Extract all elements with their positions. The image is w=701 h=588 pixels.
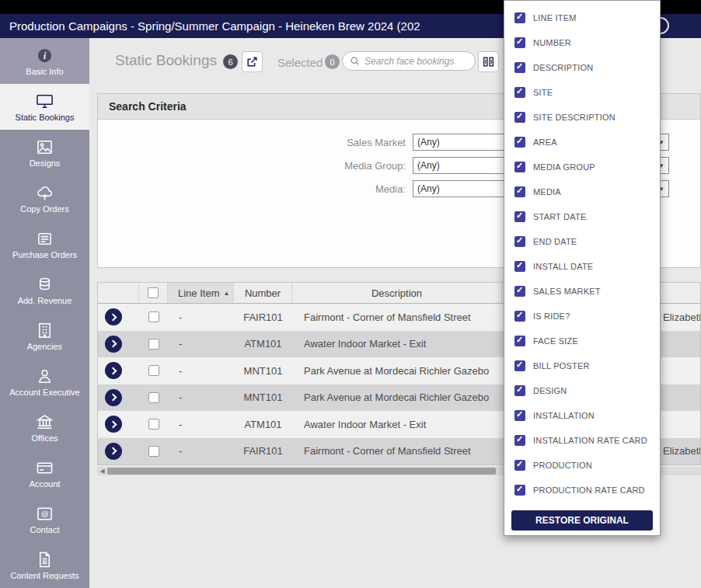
column-option-bill-poster[interactable]: BILL POSTER bbox=[504, 353, 660, 378]
column-option-install-date[interactable]: INSTALL DATE bbox=[504, 254, 660, 279]
column-option-is-ride[interactable]: IS RIDE? bbox=[504, 304, 660, 329]
checkbox-checked-icon bbox=[514, 37, 525, 48]
column-chooser-button[interactable] bbox=[478, 51, 499, 72]
column-option-site[interactable]: SITE bbox=[504, 80, 660, 105]
expand-row-button[interactable] bbox=[105, 416, 122, 433]
sidebar-item-static-bookings[interactable]: Static Bookings bbox=[0, 84, 89, 130]
column-option-line-item[interactable]: LINE ITEM bbox=[504, 5, 660, 30]
column-header-description[interactable]: Description bbox=[292, 283, 502, 303]
column-option-site-description[interactable]: SITE DESCRIPTION bbox=[504, 105, 660, 130]
scroll-left-icon[interactable]: ◀ bbox=[97, 468, 107, 475]
sidebar-item-contact[interactable]: @ Contact bbox=[0, 496, 89, 542]
scrollbar-thumb[interactable] bbox=[107, 468, 496, 475]
search-input[interactable] bbox=[364, 56, 468, 67]
column-option-label: MEDIA bbox=[533, 187, 561, 197]
sidebar-item-account-executive[interactable]: Account Executive bbox=[0, 359, 89, 405]
column-option-label: MEDIA GROUP bbox=[533, 162, 595, 172]
expand-row-button[interactable] bbox=[105, 362, 122, 379]
description-cell: Park Avenue at Mordecai Richler Gazebo bbox=[292, 357, 502, 384]
column-option-production[interactable]: PRODUCTION bbox=[504, 453, 660, 478]
column-header-line-item[interactable]: Line Item ▲ bbox=[168, 283, 234, 303]
checkbox-checked-icon bbox=[514, 286, 525, 297]
column-option-start-date[interactable]: START DATE bbox=[504, 204, 660, 229]
restore-original-button[interactable]: RESTORE ORIGINAL bbox=[511, 510, 653, 531]
row-checkbox[interactable] bbox=[148, 392, 159, 403]
window-title: Production Campaigns - Spring/Summer Cam… bbox=[9, 19, 420, 33]
export-button[interactable] bbox=[242, 51, 263, 72]
checkbox-checked-icon bbox=[514, 62, 525, 73]
chevron-right-icon bbox=[109, 394, 117, 402]
chevron-right-icon bbox=[109, 367, 117, 374]
column-option-label: FACE SIZE bbox=[533, 336, 578, 346]
expand-row-button[interactable] bbox=[105, 389, 122, 406]
chevron-right-icon bbox=[109, 420, 117, 428]
column-option-end-date[interactable]: END DATE bbox=[504, 229, 660, 254]
sort-asc-icon: ▲ bbox=[223, 290, 229, 297]
sidebar-item-purchase-orders[interactable]: Purchase Orders bbox=[0, 221, 89, 267]
row-checkbox[interactable] bbox=[148, 339, 159, 350]
sidebar-item-offices[interactable]: Offices bbox=[0, 405, 89, 451]
column-header-label: Line Item bbox=[178, 287, 219, 299]
number-cell: MNT101 bbox=[234, 357, 292, 384]
chevron-right-icon bbox=[109, 340, 117, 348]
search-icon bbox=[350, 56, 360, 66]
checkbox-checked-icon bbox=[514, 460, 525, 471]
sidebar-item-label: Designs bbox=[30, 158, 61, 168]
line-item-cell: - bbox=[168, 384, 234, 412]
description-cell: Awater Indoor Market - Exit bbox=[292, 331, 502, 358]
column-option-installation-rate-card[interactable]: INSTALLATION RATE CARD bbox=[504, 428, 660, 453]
select-value: (Any) bbox=[417, 183, 440, 194]
credit-card-icon bbox=[35, 459, 54, 477]
chevron-right-icon bbox=[109, 447, 117, 455]
column-option-label: NUMBER bbox=[533, 38, 571, 47]
checkbox-checked-icon bbox=[514, 311, 525, 322]
column-option-installation[interactable]: INSTALLATION bbox=[504, 403, 660, 428]
row-checkbox[interactable] bbox=[148, 419, 159, 430]
line-item-cell: - bbox=[168, 411, 234, 438]
sidebar-item-content-requests[interactable]: Content Requests bbox=[0, 542, 89, 588]
row-checkbox[interactable] bbox=[148, 446, 159, 457]
sidebar-item-label: Account bbox=[30, 479, 61, 489]
column-header-number[interactable]: Number bbox=[234, 283, 292, 303]
number-cell: FAIR101 bbox=[234, 304, 292, 331]
column-option-label: SITE bbox=[533, 88, 553, 97]
sidebar-item-account[interactable]: Account bbox=[0, 451, 89, 496]
row-checkbox[interactable] bbox=[148, 311, 159, 322]
sidebar-item-add-revenue[interactable]: Add. Revenue bbox=[0, 267, 89, 313]
select-all-checkbox[interactable] bbox=[148, 287, 159, 298]
column-option-production-rate-card[interactable]: PRODUCTION RATE CARD bbox=[504, 478, 660, 503]
column-option-media[interactable]: MEDIA bbox=[504, 179, 660, 204]
column-option-description[interactable]: DESCRIPTION bbox=[504, 55, 660, 80]
sidebar-item-designs[interactable]: Designs bbox=[0, 130, 89, 176]
column-option-media-group[interactable]: MEDIA GROUP bbox=[504, 155, 660, 179]
monitor-icon bbox=[35, 92, 54, 110]
description-cell: Awater Indoor Market - Exit bbox=[292, 411, 502, 438]
expand-row-button[interactable] bbox=[105, 336, 122, 353]
document-icon bbox=[35, 551, 54, 569]
checkbox-checked-icon bbox=[514, 12, 525, 23]
column-option-sales-market[interactable]: SALES MARKET bbox=[504, 279, 660, 304]
sidebar-item-label: Offices bbox=[31, 433, 58, 443]
column-option-design[interactable]: DESIGN bbox=[504, 378, 660, 403]
selected-label: Selected bbox=[277, 56, 323, 69]
column-option-label: SALES MARKET bbox=[533, 287, 601, 296]
select-column-header bbox=[139, 283, 168, 303]
expand-row-button[interactable] bbox=[105, 308, 122, 325]
expand-row-button[interactable] bbox=[105, 443, 122, 460]
column-option-face-size[interactable]: FACE SIZE bbox=[504, 329, 660, 353]
sidebar-item-label: Purchase Orders bbox=[12, 250, 77, 259]
column-option-label: START DATE bbox=[533, 212, 586, 221]
column-option-number[interactable]: NUMBER bbox=[504, 30, 660, 55]
line-item-cell: - bbox=[168, 438, 234, 465]
search-box bbox=[342, 51, 476, 71]
sidebar-item-basic-info[interactable]: i Basic Info bbox=[0, 38, 89, 84]
row-checkbox[interactable] bbox=[148, 365, 159, 376]
export-icon bbox=[246, 55, 259, 68]
line-item-cell: - bbox=[168, 304, 234, 331]
sidebar: i Basic Info Static Bookings Designs Cop… bbox=[0, 38, 89, 588]
sidebar-item-agencies[interactable]: Agencies bbox=[0, 313, 89, 359]
column-option-area[interactable]: AREA bbox=[504, 130, 660, 155]
checkbox-checked-icon bbox=[514, 385, 525, 396]
sidebar-item-label: Basic Info bbox=[26, 67, 63, 76]
sidebar-item-copy-orders[interactable]: Copy Orders bbox=[0, 176, 89, 221]
